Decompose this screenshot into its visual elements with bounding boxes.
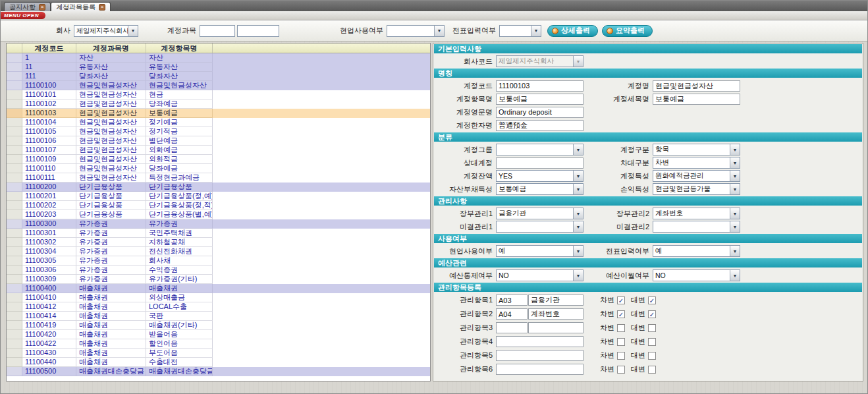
table-row[interactable]: 11100104현금및현금성자산정기예금정기예금 bbox=[7, 118, 430, 127]
row-selector[interactable] bbox=[7, 201, 22, 210]
debit-credit-select[interactable]: 차변 ▼ bbox=[653, 157, 740, 169]
row-selector[interactable] bbox=[7, 192, 22, 201]
table-row[interactable]: 11100107현금및현금성자산외화예금외화예금 bbox=[7, 146, 430, 155]
mgmt-item-input[interactable] bbox=[496, 336, 583, 347]
table-row[interactable]: 11100304유가증권전신전화채권전신전화채권 bbox=[7, 247, 430, 256]
profit-loss-select[interactable]: 현금및현금등가물 ▼ bbox=[653, 183, 740, 195]
credit-checkbox[interactable] bbox=[648, 366, 656, 374]
row-selector[interactable] bbox=[7, 229, 22, 238]
row-selector[interactable] bbox=[7, 118, 22, 127]
row-selector[interactable] bbox=[7, 256, 22, 266]
table-row[interactable]: 11100101현금및현금성자산현금현금 bbox=[7, 90, 430, 99]
table-row[interactable]: 11유동자산유동자산유동자산 bbox=[7, 63, 430, 72]
company-select[interactable]: 제일제지주식회사 ▼ bbox=[74, 25, 138, 37]
table-row[interactable]: 11100400매출채권매출채권매출채권 bbox=[7, 284, 430, 293]
account-name-input[interactable] bbox=[653, 80, 740, 92]
mgmt-item-code-input[interactable] bbox=[496, 322, 528, 333]
table-row[interactable]: 11100203단기금융상품단기금융상품(별,예)단기금융상품(별,예) bbox=[7, 210, 430, 219]
english-name-input[interactable] bbox=[496, 107, 583, 118]
account-balance-select[interactable]: YES ▼ bbox=[496, 170, 583, 182]
table-row[interactable]: 11100414매출채권국판국판 bbox=[7, 312, 430, 321]
table-row[interactable]: 11100422매출채권할인어음할인어음 bbox=[7, 339, 430, 349]
row-selector[interactable] bbox=[7, 63, 22, 72]
budget-carryover-select[interactable]: NO ▼ bbox=[653, 269, 740, 281]
row-selector[interactable] bbox=[7, 219, 22, 229]
row-selector[interactable] bbox=[7, 164, 22, 173]
table-row[interactable]: 11100100현금및현금성자산현금및현금성자산현금및현금성자산 bbox=[7, 81, 430, 90]
slip-entry-select[interactable]: 예 ▼ bbox=[653, 245, 740, 257]
credit-checkbox[interactable] bbox=[648, 324, 656, 332]
detail-print-button[interactable]: 상세출력 bbox=[547, 25, 598, 37]
row-selector[interactable] bbox=[7, 302, 22, 312]
debit-checkbox[interactable] bbox=[617, 324, 625, 332]
book-mgmt1-select[interactable]: 금융기관 ▼ bbox=[496, 208, 583, 219]
account-type-select[interactable]: 항목 ▼ bbox=[653, 144, 740, 155]
row-selector[interactable] bbox=[7, 238, 22, 247]
budget-control-select[interactable]: NO ▼ bbox=[496, 269, 583, 281]
slip-entry-filter-select[interactable]: ▼ bbox=[499, 25, 541, 37]
pending-mgmt2-select[interactable]: ▼ bbox=[653, 221, 740, 233]
active-use-filter-select[interactable]: ▼ bbox=[387, 25, 445, 37]
table-row[interactable]: 11100410매출채권외상매출금외상매출금 bbox=[7, 293, 430, 302]
close-icon[interactable]: × bbox=[99, 4, 105, 11]
row-selector[interactable] bbox=[7, 293, 22, 302]
row-selector[interactable] bbox=[7, 127, 22, 136]
row-selector[interactable] bbox=[7, 183, 22, 192]
row-selector[interactable] bbox=[7, 155, 22, 164]
row-selector[interactable] bbox=[7, 284, 22, 293]
credit-checkbox[interactable] bbox=[648, 338, 656, 346]
mgmt-item-name-input[interactable] bbox=[528, 308, 583, 320]
credit-checkbox[interactable]: ✓ bbox=[648, 310, 656, 318]
account-code-from-input[interactable] bbox=[200, 25, 235, 37]
mgmt-item-code-input[interactable] bbox=[496, 308, 528, 320]
menu-open-button[interactable]: MENU OPEN bbox=[1, 12, 45, 19]
mgmt-item-name-input[interactable] bbox=[528, 295, 583, 306]
table-row[interactable]: 11100300유가증권유가증권유가증권 bbox=[7, 219, 430, 229]
table-row[interactable]: 11100200단기금융상품단기금융상품단기금융상품 bbox=[7, 183, 430, 192]
row-selector[interactable] bbox=[7, 330, 22, 339]
row-selector[interactable] bbox=[7, 109, 22, 118]
pending-mgmt1-select[interactable]: ▼ bbox=[496, 221, 583, 233]
row-selector[interactable] bbox=[7, 173, 22, 183]
table-row[interactable]: 11100103현금및현금성자산보통예금보통예금 bbox=[7, 109, 430, 118]
table-row[interactable]: 111당좌자산당좌자산당좌자산 bbox=[7, 72, 430, 81]
table-row[interactable]: 11100440매출채권수출대전수출대전 bbox=[7, 358, 430, 367]
debit-checkbox[interactable] bbox=[617, 338, 625, 346]
table-row[interactable]: 11100106현금및현금성자산별단예금별단예금 bbox=[7, 136, 430, 146]
table-row[interactable]: 11100309유가증권유가증권(기타)유가증권(기타) bbox=[7, 275, 430, 284]
summary-print-button[interactable]: 요약출력 bbox=[602, 25, 653, 37]
table-row[interactable]: 11100102현금및현금성자산당좌예금당좌예금 bbox=[7, 99, 430, 109]
credit-checkbox[interactable]: ✓ bbox=[648, 296, 656, 304]
mgmt-item-code-input[interactable] bbox=[496, 295, 528, 306]
table-row[interactable]: 11100430매출채권부도어음부도어음 bbox=[7, 349, 430, 358]
tab-account-registration[interactable]: 계정과목등록 × bbox=[51, 2, 111, 11]
table-row[interactable]: 11100500매출채권대손충당금매출채권대손충당금매출채권대손충당금 bbox=[7, 367, 430, 376]
tab-notice[interactable]: 공지사항 × bbox=[4, 2, 51, 11]
company-code-select[interactable]: 제일제지주식회사 ▼ bbox=[496, 55, 583, 67]
mgmt-item-input[interactable] bbox=[496, 364, 583, 375]
table-row[interactable]: 11100306유가증권수익증권수익증권 bbox=[7, 266, 430, 275]
close-icon[interactable]: × bbox=[39, 4, 45, 11]
debit-checkbox[interactable] bbox=[617, 352, 625, 360]
table-row[interactable]: 11100105현금및현금성자산정기적금정기적금 bbox=[7, 127, 430, 136]
table-row[interactable]: 11100305유가증권회사채회사채 bbox=[7, 256, 430, 266]
mgmt-item-input[interactable] bbox=[496, 350, 583, 361]
debit-checkbox[interactable] bbox=[617, 366, 625, 374]
debit-checkbox[interactable]: ✓ bbox=[617, 296, 625, 304]
row-selector[interactable] bbox=[7, 99, 22, 109]
credit-checkbox[interactable] bbox=[648, 352, 656, 360]
row-selector[interactable] bbox=[7, 358, 22, 367]
row-selector[interactable] bbox=[7, 90, 22, 99]
table-row[interactable]: 11100111현금및현금성자산특정현금과예금특정현금과예금 bbox=[7, 173, 430, 183]
row-selector[interactable] bbox=[7, 321, 22, 330]
table-row[interactable]: 11100412매출채권LOCAL수출LOCAL수출 bbox=[7, 302, 430, 312]
mgmt-item-name-input[interactable] bbox=[528, 322, 583, 333]
table-row[interactable]: 11100202단기금융상품단기금융상품(정,적)단기금융상품(정,적) bbox=[7, 201, 430, 210]
account-code-input[interactable] bbox=[496, 80, 583, 92]
row-selector[interactable] bbox=[7, 72, 22, 81]
table-row[interactable]: 11100109현금및현금성자산외화적금외화적금 bbox=[7, 155, 430, 164]
row-selector[interactable] bbox=[7, 312, 22, 321]
asset-liability-select[interactable]: 보통예금 ▼ bbox=[496, 183, 583, 195]
account-attribute-select[interactable]: 원화예적금관리 ▼ bbox=[653, 170, 740, 182]
table-row[interactable]: 11100420매출채권받을어음받을어음 bbox=[7, 330, 430, 339]
